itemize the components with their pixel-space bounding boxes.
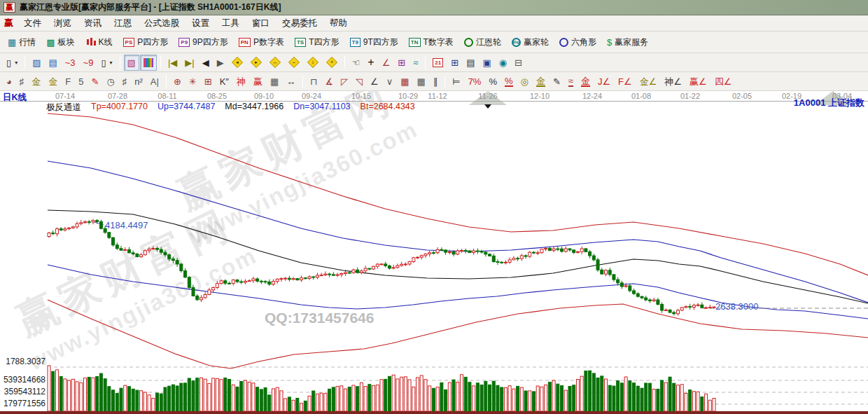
grid-a-tool[interactable]: ▦ [397, 74, 412, 90]
target-circle-tool[interactable]: ⊕ [170, 74, 185, 90]
menu-item-3[interactable]: 资讯 [78, 16, 108, 31]
menu-item-9[interactable]: 交易委托 [276, 16, 323, 31]
candle-style-button[interactable]: ▯▾ [97, 55, 115, 71]
protractor-tool[interactable]: ◕ [3, 74, 15, 90]
sectors-button[interactable]: ▩板块 [41, 34, 79, 51]
ying-angle-tool[interactable]: 赢∠ [686, 74, 710, 90]
wave-3-button[interactable]: ~3 [62, 55, 79, 71]
menu-item-10[interactable]: 帮助 [323, 16, 354, 31]
info-panel-button[interactable]: ▤ [45, 55, 60, 71]
menu-item-2[interactable]: 浏览 [48, 16, 78, 31]
candle-down [608, 270, 611, 275]
time-wheel-tool[interactable]: ◷ [103, 74, 118, 90]
nine-t-square-button[interactable]: T99T四方形 [345, 34, 403, 51]
menu-item-4[interactable]: 江恩 [108, 16, 138, 31]
wave-channel-tool[interactable]: ≈ [565, 74, 577, 90]
menu-item-8[interactable]: 窗口 [246, 16, 276, 31]
zigzag-tool[interactable]: ∨ [383, 74, 397, 90]
f-grid-tool[interactable]: F [62, 74, 74, 90]
mirror-tool[interactable]: A| [147, 74, 162, 90]
spiral-tool[interactable]: 5 [75, 74, 87, 90]
fan-lines-tool[interactable]: ∡ [321, 74, 337, 90]
grid-b-tool[interactable]: ▦ [414, 74, 429, 90]
menu-item-5[interactable]: 公式选股 [138, 16, 186, 31]
wave-tool-button[interactable]: ≈ [410, 55, 421, 71]
j-angle-tool[interactable]: J∠ [594, 74, 614, 90]
hash-grid-tool[interactable]: ♯ [119, 74, 131, 90]
n-square-tool[interactable]: n² [131, 74, 146, 90]
starburst-tool[interactable]: ✳ [186, 74, 200, 90]
p-square-button[interactable]: PSP四方形 [118, 34, 174, 51]
percent-tool[interactable]: % [485, 74, 500, 90]
shift-left-button[interactable]: ◂ [228, 55, 246, 71]
wave-9-button[interactable]: ~9 [80, 55, 97, 71]
shaded-fan-tool[interactable]: ◸ [337, 74, 351, 90]
grid-box-tool[interactable]: ⊞ [201, 74, 216, 90]
winner-service-button[interactable]: $赢家服务 [602, 34, 653, 51]
toolbar-separator [425, 56, 426, 69]
winner-wheel-button[interactable]: Big赢家轮 [507, 34, 554, 51]
pattern-chart-button[interactable]: ▧ [124, 55, 139, 71]
menu-item-6[interactable]: 设置 [186, 16, 216, 31]
shen-angle-tool[interactable]: 神∠ [661, 74, 685, 90]
print-button[interactable]: ⊟ [511, 55, 526, 71]
calendar-button[interactable]: 21 [429, 55, 447, 71]
pan-hand-button[interactable]: ☜ [349, 55, 364, 71]
zoom-y-button[interactable]: ↕ [304, 55, 322, 71]
t-square-button[interactable]: TST四方形 [290, 34, 344, 51]
scale-ruler-tool[interactable]: ⊨ [449, 74, 463, 90]
angle-measure-button[interactable]: ∠ [379, 55, 394, 71]
gold-grid2-tool[interactable]: 金 [45, 74, 61, 90]
gold-underline-tool[interactable]: 金 [578, 74, 594, 90]
shen-tool[interactable]: 神 [233, 74, 249, 90]
calculator-button[interactable]: ⊞ [447, 55, 462, 71]
k-angle-tool[interactable]: K″ [216, 74, 232, 90]
spray-tool[interactable]: ✎ [88, 74, 103, 90]
notes-button[interactable]: ▤ [463, 55, 478, 71]
span-arrow-tool[interactable]: ↔ [283, 74, 299, 90]
angle-line-tool[interactable]: ∠ [367, 74, 382, 90]
gold-grid-tool[interactable]: 金 [28, 74, 44, 90]
hexagon-button[interactable]: 六角形 [554, 34, 601, 51]
kline-button[interactable]: K线 [80, 34, 118, 51]
f-angle-tool[interactable]: F∠ [615, 74, 636, 90]
percent-seven-tool[interactable]: 7% [465, 74, 485, 90]
scale-ruler-icon: ⊨ [452, 77, 460, 86]
zoom-all-button[interactable]: + [323, 55, 341, 71]
t-square-tool[interactable]: ⊓ [307, 74, 321, 90]
shift-right-button[interactable]: ▸ [247, 55, 265, 71]
step-forward-button[interactable]: ▶ [214, 55, 227, 71]
box-fan-tool[interactable]: ◹ [352, 74, 366, 90]
t-number-table-button[interactable]: TNT数字表 [404, 34, 458, 51]
ink-angle-tool[interactable]: ✎ [550, 74, 564, 90]
p-number-table-button[interactable]: PNP数字表 [234, 34, 289, 51]
grid-ruler-tool[interactable]: ♯ [16, 74, 28, 90]
step-back-button[interactable]: ◀ [199, 55, 213, 71]
menu-item-1[interactable]: 文件 [18, 16, 48, 31]
window-layout-button[interactable]: ▨ [29, 55, 44, 71]
color-chart-button[interactable] [140, 55, 157, 71]
menu-item-7[interactable]: 工具 [216, 16, 246, 31]
export-button[interactable]: ◉ [496, 55, 510, 71]
seek-first-button[interactable]: |◀ [164, 55, 181, 71]
chart-type-button[interactable]: ▯▾ [3, 55, 21, 71]
percent-line-tool[interactable]: % [501, 74, 517, 90]
gold-angle-tool[interactable]: 金∠ [636, 74, 661, 90]
gann-grid-tool-button[interactable]: ⊞ [394, 55, 409, 71]
quotes-button[interactable]: ▦行情 [3, 34, 41, 51]
gann-wheel-button[interactable]: 江恩轮 [459, 34, 506, 51]
gold-line-tool[interactable]: 金 [533, 74, 549, 90]
ying-tool[interactable]: 赢 [250, 74, 266, 90]
zoom-in-x-button[interactable]: ⇔ [285, 55, 303, 71]
grid-123-tool[interactable]: ▦ [267, 74, 282, 90]
zoom-out-x-button[interactable]: ↔ [266, 55, 284, 71]
titlebar[interactable]: 赢 赢家江恩专业版[赢家内部服务平台] - [上证指数 SH1A0001-167… [0, 0, 868, 15]
four-angle-tool[interactable]: 四∠ [711, 74, 736, 90]
save-button[interactable]: ▣ [479, 55, 494, 71]
price-chart-canvas[interactable] [0, 91, 868, 414]
parallel-lines-tool[interactable]: ∥ [430, 74, 442, 90]
crosshair-button[interactable]: + [364, 55, 377, 71]
nine-p-square-button[interactable]: P99P四方形 [174, 34, 232, 51]
seek-last-button[interactable]: ▶| [181, 55, 197, 71]
gold-circle-tool[interactable]: ◎ [517, 74, 532, 90]
